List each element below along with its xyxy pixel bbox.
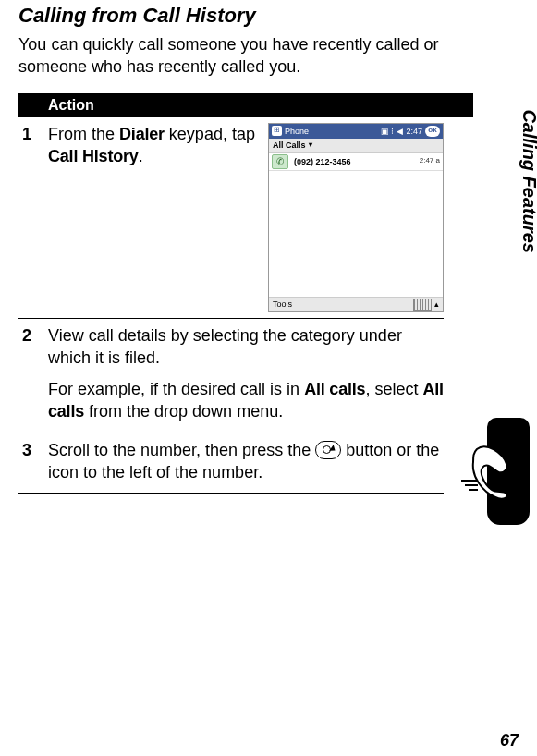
emphasis-text: Call History bbox=[48, 147, 139, 165]
steps-table: 1From the Dialer keypad, tap Call Histor… bbox=[18, 117, 444, 494]
emphasis-text: All calls bbox=[48, 380, 444, 421]
screenshot-titlebar: ⊞Phone▣ ⁝◀2:47ok bbox=[269, 124, 443, 139]
call-action-icon bbox=[315, 441, 341, 459]
filter-label: All Calls bbox=[273, 140, 306, 151]
screenshot-time: 2:47 bbox=[406, 126, 422, 137]
screenshot-bottom-bar: Tools▴ bbox=[269, 297, 443, 311]
speaker-icon: ◀ bbox=[397, 126, 403, 137]
start-icon: ⊞ bbox=[272, 126, 282, 136]
step-paragraph: From the Dialer keypad, tap Call History… bbox=[48, 123, 259, 168]
screenshot-call-row: ✆(092) 212-34562:47 a bbox=[269, 153, 443, 171]
step-row: 2View call details by selecting the cate… bbox=[18, 318, 444, 433]
step-paragraph: For example, if th desired call is in Al… bbox=[48, 378, 444, 423]
table-bottom-rule bbox=[18, 493, 444, 494]
step-paragraph: View call details by selecting the categ… bbox=[48, 324, 444, 370]
call-row-number: (092) 212-3456 bbox=[294, 156, 351, 167]
screenshot-filter-bar: All Calls▾ bbox=[269, 139, 443, 153]
ok-button-icon: ok bbox=[425, 126, 440, 137]
step-row: 1From the Dialer keypad, tap Call Histor… bbox=[18, 117, 444, 318]
side-section-label: Calling Features bbox=[519, 109, 537, 253]
phone-feature-icon bbox=[469, 418, 533, 529]
step-row: 3Scroll to the number, then press the bu… bbox=[18, 433, 444, 494]
keyboard-icon bbox=[413, 299, 432, 311]
step-number: 2 bbox=[18, 324, 48, 427]
emphasis-text: All calls bbox=[304, 380, 365, 398]
phone-screenshot: ⊞Phone▣ ⁝◀2:47okAll Calls▾✆(092) 212-345… bbox=[268, 123, 444, 312]
screenshot-app-title: Phone bbox=[285, 126, 309, 137]
call-row-time: 2:47 a bbox=[420, 156, 440, 166]
action-header: Action bbox=[18, 93, 473, 117]
section-heading: Calling from Call History bbox=[18, 4, 483, 28]
chevron-up-icon: ▴ bbox=[434, 299, 439, 310]
step-body: Scroll to the number, then press the but… bbox=[48, 439, 444, 488]
emphasis-text: Dialer bbox=[119, 125, 165, 143]
step-paragraph: Scroll to the number, then press the but… bbox=[48, 439, 444, 484]
step-number: 1 bbox=[18, 123, 48, 312]
step-text: From the Dialer keypad, tap Call History… bbox=[48, 123, 259, 172]
intro-paragraph: You can quickly call someone you have re… bbox=[18, 33, 453, 79]
screenshot-whitespace bbox=[269, 171, 443, 297]
step-content-row: From the Dialer keypad, tap Call History… bbox=[48, 123, 444, 312]
outgoing-call-icon: ✆ bbox=[272, 154, 288, 169]
step-body: View call details by selecting the categ… bbox=[48, 324, 444, 427]
tools-label: Tools bbox=[273, 299, 292, 310]
step-number: 3 bbox=[18, 439, 48, 488]
step-body: From the Dialer keypad, tap Call History… bbox=[48, 123, 444, 312]
signal-icon: ▣ ⁝ bbox=[381, 126, 395, 137]
page-number: 67 bbox=[500, 731, 519, 750]
chevron-down-icon: ▾ bbox=[309, 140, 312, 151]
